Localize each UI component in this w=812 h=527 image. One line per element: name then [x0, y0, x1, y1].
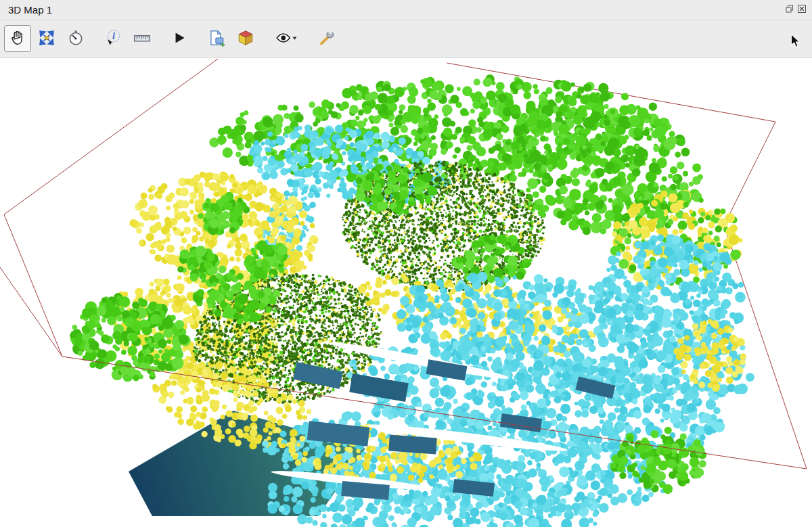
window-title: 3D Map 1 — [8, 4, 785, 16]
float-window-button[interactable] — [785, 5, 794, 15]
titlebar[interactable]: 3D Map 1 — [0, 0, 812, 20]
float-icon — [786, 5, 794, 15]
export-scene-button[interactable] — [232, 25, 259, 52]
camera-rotation-button[interactable] — [62, 25, 89, 52]
configure-button[interactable] — [313, 25, 340, 52]
wrench-icon — [318, 29, 336, 49]
hand-icon — [9, 29, 26, 49]
animation-button[interactable] — [166, 25, 193, 52]
toolbar: i — [0, 20, 812, 58]
map-canvas[interactable] — [0, 58, 812, 527]
cube-icon — [237, 29, 254, 49]
3d-map-window: 3D Map 1 — [0, 0, 812, 527]
mouse-cursor — [790, 34, 801, 49]
eye-icon — [275, 29, 298, 49]
map-viewport — [0, 58, 812, 527]
pan-tool-button[interactable] — [4, 25, 31, 52]
identify-icon: i — [104, 29, 122, 49]
zoom-full-icon — [38, 29, 55, 49]
close-window-button[interactable] — [797, 5, 807, 15]
svg-text:i: i — [112, 30, 115, 41]
close-icon — [798, 5, 806, 15]
window-controls — [785, 5, 807, 15]
save-image-button[interactable] — [203, 25, 230, 52]
play-icon — [171, 29, 188, 49]
compass-icon — [67, 29, 85, 49]
ruler-icon — [133, 29, 151, 49]
save-image-icon — [208, 29, 225, 49]
effects-dropdown-button[interactable] — [269, 25, 303, 52]
zoom-full-button[interactable] — [33, 25, 60, 52]
measure-line-button[interactable] — [129, 25, 156, 52]
identify-button[interactable]: i — [99, 25, 127, 52]
